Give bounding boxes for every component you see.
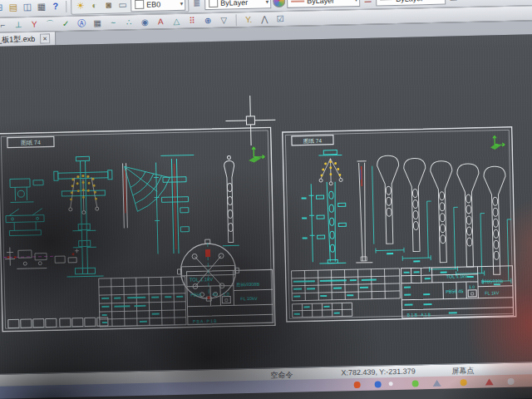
- color-combo[interactable]: ByLayer ▾: [204, 0, 271, 10]
- donut-icon[interactable]: ◉: [139, 16, 151, 28]
- tray-icon-yellow[interactable]: [461, 379, 467, 386]
- chevron-down-icon: ▾: [180, 0, 184, 7]
- lineweight-manager-icon[interactable]: ☰: [447, 0, 460, 4]
- linetype-manager-icon[interactable]: ☰: [362, 0, 374, 6]
- points-icon[interactable]: ∴: [123, 16, 135, 28]
- layer-plot-icon[interactable]: ▭: [116, 0, 129, 12]
- chevron-down-icon: ▾: [266, 0, 269, 5]
- color-combo-value: ByLayer: [220, 0, 248, 7]
- text-icon[interactable]: Ⓐ: [76, 17, 88, 29]
- tray-icon-red-triangle[interactable]: [485, 378, 494, 385]
- toolbar-separator: [66, 0, 66, 12]
- angle-icon[interactable]: ⋀: [258, 12, 270, 25]
- chevron-down-icon: ▾: [355, 0, 358, 3]
- branch-line-icon[interactable]: Y: [28, 18, 41, 31]
- table-icon[interactable]: ▦: [91, 17, 104, 29]
- new-drawing-icon[interactable]: ⊞: [0, 2, 5, 14]
- color-swatch: [209, 0, 218, 7]
- layer-lock-icon[interactable]: ◙: [102, 0, 115, 12]
- ortho-icon[interactable]: ⌐: [0, 18, 9, 31]
- document-tab-label: 件_板1型.exb: [0, 33, 35, 45]
- toolbar-separator: [236, 14, 237, 26]
- linetype-combo[interactable]: ByLayer ▾: [287, 0, 360, 8]
- array-dots-icon[interactable]: ⠿: [186, 14, 199, 27]
- check-icon[interactable]: ✓: [60, 17, 72, 30]
- save-icon[interactable]: ◫: [21, 1, 33, 13]
- linetype-swatch: [291, 0, 304, 2]
- layer-on-bulb-icon[interactable]: ☀: [74, 0, 86, 12]
- layer-freeze-icon[interactable]: ◐: [88, 0, 101, 12]
- layer-swatch: [135, 0, 144, 9]
- help-icon[interactable]: ?: [49, 0, 62, 12]
- layer-combo[interactable]: EB0 ▾: [131, 0, 185, 12]
- spline-icon[interactable]: ~: [107, 16, 120, 28]
- open-folder-icon[interactable]: ▤: [7, 1, 19, 13]
- branch-dot-icon[interactable]: Y.: [242, 13, 254, 26]
- layer-state-panel: ☀ ◐ ◙ ▭ EB0 ▾: [71, 0, 189, 14]
- drawing-canvas[interactable]: 图纸 74: [0, 34, 532, 374]
- ucs-icon: [249, 147, 264, 162]
- layer-combo-value: EB0: [146, 0, 160, 8]
- monitor-photo: ⊞ ▤ ◫ ▦ ? ☀ ◐ ◙ ▭ EB0 ▾ ≣ ByLayer ▾ ByLa…: [0, 0, 532, 399]
- tray-icon-blue[interactable]: [375, 381, 382, 387]
- mirror-icon[interactable]: ▽: [218, 13, 230, 26]
- coordinate-readout: X:782.439, Y:-231.379: [341, 367, 416, 377]
- color-wheel-icon[interactable]: [273, 0, 285, 7]
- cursor-overlay: [0, 35, 528, 374]
- tray-icon-green[interactable]: [412, 380, 419, 387]
- close-icon[interactable]: ×: [40, 33, 50, 43]
- linetype-combo-value: ByLayer: [307, 0, 334, 5]
- perpendicular-icon[interactable]: ⊥: [12, 18, 25, 31]
- document-tab[interactable]: 件_板1型.exb ×: [0, 32, 56, 47]
- arc-icon[interactable]: ⌒: [44, 17, 57, 30]
- center-target-icon[interactable]: ⊕: [202, 14, 214, 27]
- chevron-down-icon: ▾: [441, 0, 444, 1]
- tray-expand-icon[interactable]: [433, 380, 441, 387]
- dim-text-icon[interactable]: A: [155, 15, 167, 27]
- layers-manager-icon[interactable]: ≣: [190, 0, 203, 10]
- tray-icon-orange[interactable]: [354, 382, 361, 388]
- cad-application-window: ⊞ ▤ ◫ ▦ ? ☀ ◐ ◙ ▭ EB0 ▾ ≣ ByLayer ▾ ByLa…: [0, 0, 532, 399]
- triangle-icon[interactable]: △: [170, 15, 183, 27]
- select-box-icon[interactable]: ☑: [273, 12, 286, 25]
- lineweight-combo[interactable]: ByLayer ▾: [376, 0, 446, 6]
- lineweight-combo-value: ByLayer: [396, 0, 423, 2]
- tray-icon-white[interactable]: [389, 382, 393, 386]
- crosshair-cursor: [225, 95, 276, 145]
- print-icon[interactable]: ▦: [35, 0, 47, 12]
- tray-icon-grey[interactable]: [508, 378, 515, 385]
